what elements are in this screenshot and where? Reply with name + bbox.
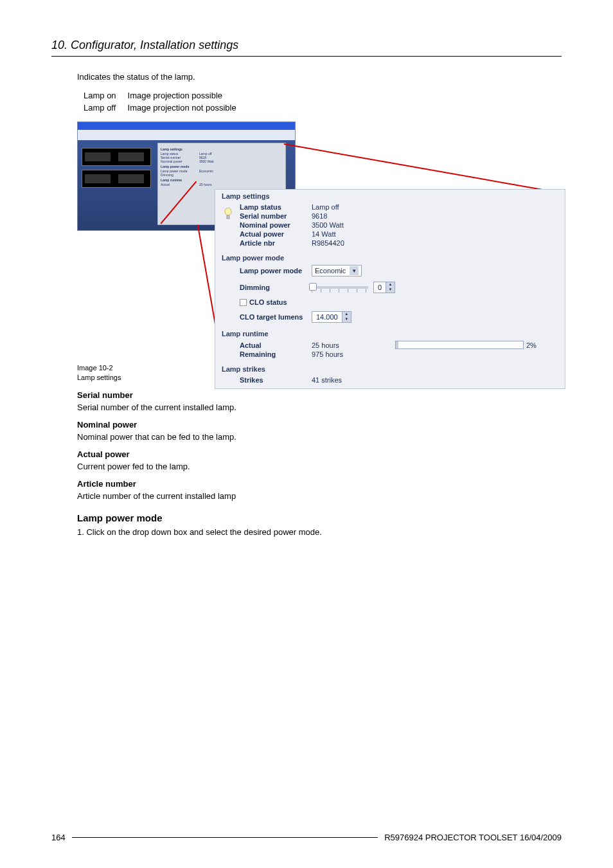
kv-row: Lamp power mode Economic ▼: [240, 264, 558, 277]
spinner-value: 0: [374, 284, 386, 291]
runtime-actual-label: Actual: [240, 341, 312, 349]
figure-number: Image 10-2: [77, 364, 113, 372]
window-titlebar: [78, 122, 295, 130]
power-mode-dropdown[interactable]: Economic ▼: [312, 265, 362, 276]
kv-row: Dimming 0 ▲▼: [240, 281, 558, 294]
term-heading: Serial number: [77, 390, 562, 400]
kv-key: Actual power: [240, 230, 312, 239]
lamp-settings-panel: Lamp settings Lamp status Lamp off Seria…: [215, 189, 565, 389]
lamp-state-cell: Lamp off: [84, 102, 128, 114]
kv-key: Nominal power: [240, 221, 312, 230]
kv-val: 3500 Watt: [312, 221, 395, 230]
dropdown-value: Economic: [315, 267, 346, 275]
page-number: 164: [51, 833, 66, 842]
lamp-status-table: Lamp on Image projection possible Lamp o…: [84, 89, 248, 114]
dimming-spinner[interactable]: 0 ▲▼: [373, 282, 395, 293]
term-body: Serial number of the current installed l…: [77, 402, 562, 412]
kv-key: Serial number: [240, 212, 312, 221]
bulb-icon: [222, 203, 235, 248]
kv-row: Serial number 9618: [240, 212, 558, 221]
clo-status-checkbox[interactable]: [240, 299, 247, 306]
group-title-power-mode: Lamp power mode: [215, 251, 565, 263]
spacer: [222, 264, 235, 323]
kv-row: Article nbr R9854420: [240, 239, 558, 248]
kv-row: Lamp status Lamp off: [240, 203, 558, 212]
kv-key: Lamp status: [240, 203, 312, 212]
kv-row: CLO status: [240, 298, 558, 307]
clo-target-spinner[interactable]: 14.000 ▲▼: [312, 311, 351, 323]
term-heading: Nominal power: [77, 420, 562, 429]
spacer: [222, 375, 235, 384]
term-body: Nominal power that can be fed to the lam…: [77, 432, 562, 442]
kv-val: 9618: [312, 212, 395, 221]
table-row: Lamp off Image projection not possible: [84, 102, 248, 114]
figure-wrapper: Lamp settings Lamp statusLamp off Serial…: [77, 122, 565, 359]
intro-text: Indicates the status of the lamp.: [77, 72, 562, 82]
spin-up-icon[interactable]: ▲: [386, 282, 395, 287]
spin-down-icon[interactable]: ▼: [342, 317, 351, 322]
chevron-down-icon: ▼: [350, 266, 359, 275]
power-mode-label: Lamp power mode: [240, 266, 312, 275]
sub-heading: Lamp power mode: [77, 512, 562, 523]
runtime-remaining-label: Remaining: [240, 350, 312, 358]
footer-doc-id: R5976924 PROJECTOR TOOLSET 16/04/2009: [384, 833, 562, 842]
group-title-runtime: Lamp runtime: [215, 327, 565, 339]
spin-down-icon[interactable]: ▼: [386, 287, 395, 293]
group-title-settings: Lamp settings: [215, 190, 565, 201]
section-heading: 10. Configurator, Installation settings: [51, 39, 562, 52]
kv-row: CLO target lumens 14.000 ▲▼: [240, 311, 558, 323]
kv-row: Actual power 14 Watt: [240, 230, 558, 239]
page-footer: 164 R5976924 PROJECTOR TOOLSET 16/04/200…: [51, 833, 562, 842]
lamp-meaning-cell: Image projection possible: [128, 89, 248, 102]
table-row: Lamp on Image projection possible: [84, 89, 248, 102]
window-toolbar: [78, 130, 295, 140]
runtime-progress: [395, 341, 524, 349]
step-text: 1. Click on the drop down box and select…: [77, 527, 562, 537]
projector-thumb: [82, 148, 151, 166]
projector-thumbnails: [82, 148, 151, 192]
dimming-label: Dimming: [240, 283, 312, 292]
kv-key: Article nbr: [240, 239, 312, 248]
kv-row: Nominal power 3500 Watt: [240, 221, 558, 230]
runtime-remaining-value: 975 hours: [312, 350, 376, 358]
svg-point-0: [225, 208, 231, 215]
figure-label: Lamp settings: [77, 374, 121, 381]
term-body: Current power fed to the lamp.: [77, 462, 562, 471]
term-heading: Actual power: [77, 449, 562, 459]
projector-thumb: [82, 170, 151, 188]
slider-knob[interactable]: [309, 283, 317, 291]
clo-status-label: CLO status: [249, 298, 287, 306]
kv-val: R9854420: [312, 239, 395, 248]
spinner-value: 14.000: [312, 313, 342, 321]
runtime-row: Actual 25 hours 2%: [240, 340, 558, 350]
kv-val: 14 Watt: [312, 230, 395, 239]
term-heading: Article number: [77, 479, 562, 489]
runtime-actual-value: 25 hours: [312, 341, 376, 349]
clo-target-label: CLO target lumens: [240, 312, 312, 321]
footer-rule: [72, 837, 378, 838]
spin-up-icon[interactable]: ▲: [342, 312, 351, 317]
lamp-meaning-cell: Image projection not possible: [128, 102, 248, 114]
term-body: Article number of the current installed …: [77, 491, 562, 501]
callout-line: [284, 143, 563, 194]
kv-val: Lamp off: [312, 203, 395, 212]
strikes-label: Strikes: [240, 375, 312, 384]
runtime-progress-text: 2%: [526, 341, 537, 349]
svg-rect-1: [227, 215, 229, 219]
group-title-strikes: Lamp strikes: [215, 363, 565, 374]
strikes-value: 41 strikes: [312, 375, 395, 384]
kv-row: Strikes 41 strikes: [240, 375, 558, 384]
runtime-row: Remaining 975 hours: [240, 350, 558, 359]
dimming-slider[interactable]: [312, 286, 368, 289]
section-rule: [51, 56, 562, 57]
spacer: [222, 340, 235, 359]
lamp-state-cell: Lamp on: [84, 89, 128, 102]
